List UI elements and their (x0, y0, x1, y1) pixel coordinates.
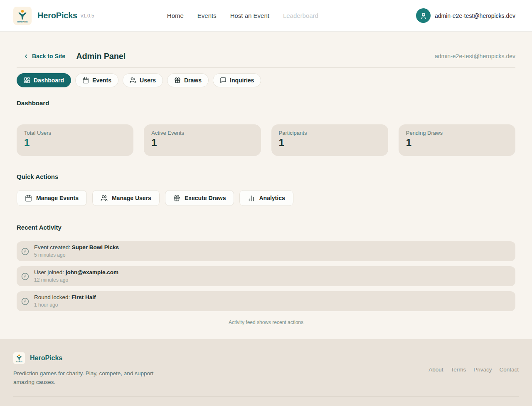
footer-brand-name: HeroPicks (30, 354, 62, 362)
stat-label: Participants (279, 130, 381, 136)
calendar-icon (82, 77, 89, 84)
gift-icon (173, 195, 180, 202)
tab-inquiries[interactable]: Inquiries (213, 73, 261, 87)
button-label: Manage Users (112, 195, 151, 201)
stat-value: 1 (24, 137, 126, 148)
activity-subject: Super Bowl Picks (72, 244, 119, 250)
svg-text:HeroPicks: HeroPicks (17, 20, 27, 22)
avatar[interactable] (416, 8, 431, 23)
tab-label: Dashboard (34, 77, 64, 84)
tab-users[interactable]: Users (123, 73, 163, 87)
clock-icon (21, 272, 29, 280)
footer-brand-block: HeroPicks HeroPicks Prediction games for… (13, 352, 155, 387)
activity-list: Event created: Super Bowl Picks 5 minute… (17, 241, 515, 311)
footer-link-terms[interactable]: Terms (451, 366, 466, 373)
activity-item: Event created: Super Bowl Picks 5 minute… (17, 241, 515, 261)
activity-text: User joined: john@example.com 12 minutes… (34, 269, 118, 283)
nav-link-home[interactable]: Home (167, 12, 184, 19)
heropicks-logo-icon: HeroPicks (13, 7, 32, 25)
stat-label: Pending Draws (406, 130, 508, 136)
tab-events[interactable]: Events (75, 73, 118, 87)
gift-icon (174, 77, 181, 84)
button-label: Manage Events (36, 195, 79, 201)
footer-description: Prediction games for charity. Play, comp… (13, 369, 155, 387)
nav-link-leaderboard[interactable]: Leaderboard (283, 12, 318, 19)
user-email: admin-e2e-test@heropicks.dev (435, 12, 515, 19)
calendar-icon (25, 195, 32, 202)
activity-subject: john@example.com (66, 269, 118, 275)
heropicks-logo-icon: HeroPicks (13, 352, 25, 364)
quick-actions-row: Manage Events Manage Users Execute Draws… (17, 190, 515, 206)
tab-dashboard[interactable]: Dashboard (17, 73, 71, 87)
stat-card-active-events: Active Events 1 (144, 124, 261, 156)
stat-label: Total Users (24, 130, 126, 136)
footer-link-privacy[interactable]: Privacy (473, 366, 492, 373)
back-to-site-link[interactable]: Back to Site (23, 53, 65, 59)
activity-item: Round locked: First Half 1 hour ago (17, 291, 515, 311)
stat-value: 1 (279, 137, 381, 148)
footer-link-about[interactable]: About (429, 366, 443, 373)
execute-draws-button[interactable]: Execute Draws (165, 190, 234, 206)
button-label: Analytics (259, 195, 285, 201)
page-title: Admin Panel (76, 52, 126, 61)
activity-time: 12 minutes ago (34, 277, 118, 283)
message-square-icon (220, 77, 227, 84)
stats-grid: Total Users 1 Active Events 1 Participan… (17, 124, 515, 156)
dashboard-heading: Dashboard (17, 99, 515, 106)
clock-icon (21, 248, 29, 255)
footer-links: About Terms Privacy Contact (429, 366, 519, 373)
activity-time: 5 minutes ago (34, 252, 119, 258)
activity-item: User joined: john@example.com 12 minutes… (17, 266, 515, 286)
manage-users-button[interactable]: Manage Users (92, 190, 160, 206)
button-label: Execute Draws (185, 195, 226, 201)
stat-card-participants: Participants 1 (271, 124, 388, 156)
activity-text: Event created: Super Bowl Picks 5 minute… (34, 244, 119, 258)
stat-card-total-users: Total Users 1 (17, 124, 133, 156)
nav-link-events[interactable]: Events (197, 12, 217, 19)
clock-icon (21, 297, 29, 305)
activity-action: Round locked: (34, 294, 70, 300)
dashboard-grid-icon (24, 77, 30, 84)
header-divider (17, 67, 515, 68)
stat-label: Active Events (151, 130, 253, 136)
footer: HeroPicks HeroPicks Prediction games for… (0, 339, 532, 406)
admin-tabs: Dashboard Events Users Draws (17, 73, 515, 87)
tab-label: Users (140, 77, 156, 84)
back-to-site-label: Back to Site (32, 53, 65, 59)
admin-main: Back to Site Admin Panel admin-e2e-test@… (0, 32, 532, 339)
admin-email: admin-e2e-test@heropicks.dev (435, 53, 515, 59)
stat-value: 1 (406, 137, 508, 148)
activity-footnote: Activity feed shows recent actions (17, 319, 515, 339)
manage-events-button[interactable]: Manage Events (17, 190, 87, 206)
stat-value: 1 (151, 137, 253, 148)
primary-nav: Home Events Host an Event Leaderboard (69, 12, 416, 19)
activity-subject: First Half (71, 294, 96, 300)
bar-chart-icon (248, 195, 255, 202)
quick-actions-heading: Quick Actions (17, 173, 515, 180)
top-navbar: HeroPicks HeroPicks v1.0.5 Home Events H… (0, 0, 532, 32)
recent-activity-heading: Recent Activity (17, 224, 515, 231)
activity-time: 1 hour ago (34, 302, 96, 308)
user-account[interactable]: admin-e2e-test@heropicks.dev (416, 8, 515, 23)
nav-link-host-an-event[interactable]: Host an Event (230, 12, 269, 19)
tab-label: Draws (184, 77, 202, 84)
activity-action: User joined: (34, 269, 64, 275)
footer-link-contact[interactable]: Contact (499, 366, 519, 373)
stat-card-pending-draws: Pending Draws 1 (399, 124, 515, 156)
activity-action: Event created: (34, 244, 70, 250)
users-icon (101, 195, 108, 202)
tab-label: Events (92, 77, 111, 84)
admin-header: Back to Site Admin Panel admin-e2e-test@… (17, 32, 515, 62)
users-icon (130, 77, 136, 84)
tab-draws[interactable]: Draws (167, 73, 209, 87)
svg-text:HeroPicks: HeroPicks (16, 361, 22, 363)
user-icon (420, 12, 427, 20)
chevron-left-icon (23, 53, 29, 59)
activity-text: Round locked: First Half 1 hour ago (34, 294, 96, 308)
analytics-button[interactable]: Analytics (239, 190, 293, 206)
tab-label: Inquiries (230, 77, 254, 84)
